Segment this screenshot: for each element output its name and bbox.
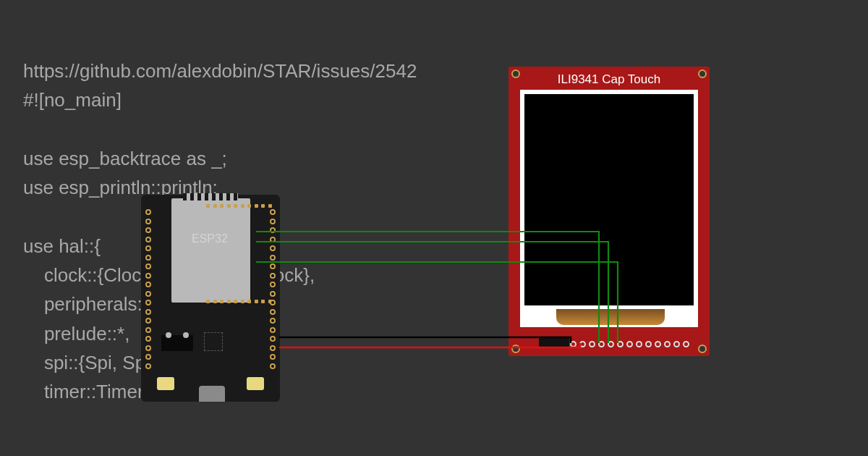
esp32-switch: [161, 335, 193, 351]
esp32-pins-right[interactable]: [270, 209, 276, 369]
shield-pins-top: [206, 204, 272, 208]
ili9341-display-board[interactable]: ILI9341 Cap Touch: [509, 67, 710, 356]
display-ribbon-icon: [556, 309, 665, 325]
mount-hole-icon: [511, 345, 520, 353]
esp32-antenna: [183, 193, 238, 200]
esp32-label: ESP32: [192, 232, 228, 245]
esp32-usb-port: [199, 386, 225, 402]
display-title: ILI9341 Cap Touch: [509, 72, 710, 87]
display-bezel: [520, 90, 698, 327]
mount-hole-icon: [698, 345, 707, 353]
display-connector-icon: [539, 337, 569, 347]
mount-hole-icon: [511, 69, 520, 78]
mount-hole-icon: [698, 69, 707, 78]
shield-pins-bottom: [206, 300, 272, 303]
display-screen: [524, 94, 694, 305]
display-pin-header[interactable]: [570, 341, 689, 347]
esp32-pins-left[interactable]: [145, 209, 151, 369]
esp32-button-left: [157, 377, 174, 390]
esp32-board[interactable]: ESP32: [141, 195, 280, 402]
esp32-button-right: [247, 377, 264, 390]
esp32-shield: [171, 198, 250, 303]
esp32-chip-icon: [204, 332, 223, 351]
